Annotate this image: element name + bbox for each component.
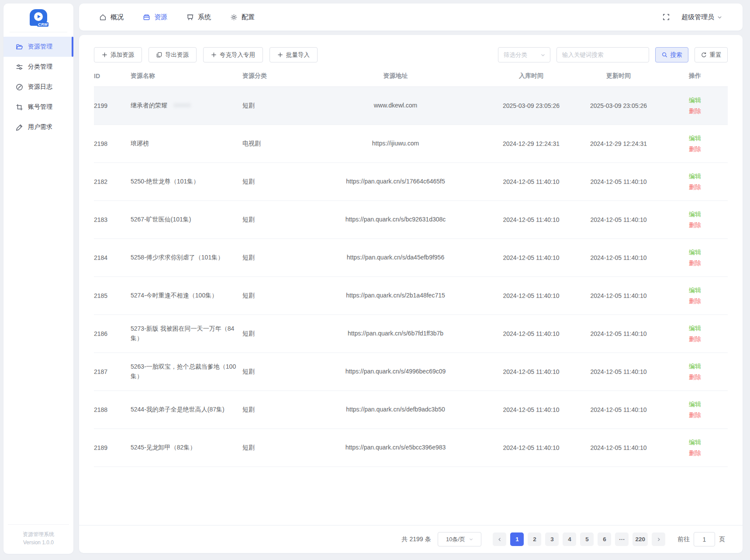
toolbar-button-label: 添加资源 xyxy=(111,51,134,59)
reset-button-label: 重置 xyxy=(710,51,722,59)
delete-link[interactable]: 删除 xyxy=(689,183,701,191)
monitor-icon xyxy=(187,14,194,21)
edit-link[interactable]: 编辑 xyxy=(689,439,701,446)
logo-label: CRM xyxy=(37,22,48,27)
sidebar-item[interactable]: 用户需求 xyxy=(3,117,73,137)
delete-link[interactable]: 删除 xyxy=(689,449,701,457)
toolbar-button[interactable]: 批量导入 xyxy=(270,47,318,62)
delete-link[interactable]: 删除 xyxy=(689,221,701,229)
cell-name: 5273-新版 我被困在同一天一万年（84集） xyxy=(131,324,242,343)
page-button[interactable]: ··· xyxy=(615,532,629,546)
edit-link[interactable]: 编辑 xyxy=(689,287,701,294)
sidebar-item[interactable]: 资源日志 xyxy=(3,77,73,97)
edit-link[interactable]: 编辑 xyxy=(689,401,701,408)
delete-link[interactable]: 删除 xyxy=(689,107,701,115)
cell-created: 2024-12-05 11:40:10 xyxy=(487,406,575,413)
keyword-search-input[interactable] xyxy=(556,47,649,62)
edit-link[interactable]: 编辑 xyxy=(689,173,701,180)
pager: 1 2 3 4 5 6 ··· 220 xyxy=(493,532,665,546)
toolbar-button[interactable]: 导出资源 xyxy=(149,47,197,62)
col-header-created: 入库时间 xyxy=(487,72,575,80)
cell-name: 5245-见龙卸甲（82集） xyxy=(131,443,242,453)
page-button[interactable]: 4 xyxy=(563,532,576,546)
edit-link[interactable]: 编辑 xyxy=(689,325,701,332)
sidebar-item[interactable]: 分类管理 xyxy=(3,57,73,77)
cell-id: 2199 xyxy=(94,102,131,109)
sidebar-footer: 资源管理系统 Version 1.0.0 xyxy=(8,524,69,554)
cell-id: 2184 xyxy=(94,254,131,261)
cell-updated: 2024-12-05 11:40:10 xyxy=(575,330,662,337)
cell-updated: 2024-12-05 11:40:10 xyxy=(575,368,662,375)
next-page-button[interactable] xyxy=(652,532,665,546)
search-button[interactable]: 搜索 xyxy=(655,47,688,62)
user-menu[interactable]: 超级管理员 xyxy=(681,13,722,21)
delete-link[interactable]: 删除 xyxy=(689,145,701,153)
fullscreen-icon[interactable] xyxy=(662,13,670,21)
toolbar-button[interactable]: 夸克导入专用 xyxy=(203,47,263,62)
delete-link[interactable]: 删除 xyxy=(689,373,701,381)
cell-created: 2024-12-29 12:24:31 xyxy=(487,140,575,147)
top-nav-label: 配置 xyxy=(242,13,255,21)
cell-url: https://ijiuwu.com xyxy=(304,139,487,149)
toolbar-button[interactable]: 添加资源 xyxy=(94,47,142,62)
cell-url: https://pan.quark.cn/s/da45efb9f956 xyxy=(304,253,487,263)
page-button[interactable]: 2 xyxy=(528,532,541,546)
delete-link[interactable]: 删除 xyxy=(689,335,701,343)
delete-link[interactable]: 删除 xyxy=(689,259,701,267)
cell-category: 电视剧 xyxy=(242,140,304,148)
resource-table: ID 资源名称 资源分类 资源地址 入库时间 更新时间 操作 2199 继承者的… xyxy=(79,65,743,525)
goto-page: 前往 页 xyxy=(677,532,725,546)
cell-actions: 编辑 删除 xyxy=(662,249,728,267)
chevron-down-icon xyxy=(540,52,546,58)
goto-label: 前往 xyxy=(677,536,690,543)
table-row: 2198 琅琊榜 电视剧 https://ijiuwu.com 2024-12-… xyxy=(94,125,728,163)
sidebar-item-label: 账号管理 xyxy=(28,103,52,111)
col-header-id: ID xyxy=(94,73,131,80)
edit-link[interactable]: 编辑 xyxy=(689,249,701,256)
cell-name: 5267-旷世医仙(101集) xyxy=(131,215,242,225)
edit-link[interactable]: 编辑 xyxy=(689,363,701,370)
cell-name: 继承者的荣耀 xyxy=(131,101,242,111)
edit-link[interactable]: 编辑 xyxy=(689,211,701,218)
cell-name: 5244-我的弟子全是绝世高人(87集) xyxy=(131,405,242,415)
cell-id: 2183 xyxy=(94,216,131,223)
top-nav-item[interactable]: 系统 xyxy=(187,13,211,21)
top-nav-item[interactable]: 资源 xyxy=(143,13,167,21)
cell-updated: 2024-12-05 11:40:10 xyxy=(575,178,662,185)
top-nav-label: 资源 xyxy=(154,13,167,21)
reset-button[interactable]: 重置 xyxy=(695,47,728,62)
table-row: 2199 继承者的荣耀 短剧 www.dkewl.com 2025-03-09 … xyxy=(94,87,728,125)
sidebar-item[interactable]: 资源管理 xyxy=(3,37,73,57)
top-nav-item[interactable]: 配置 xyxy=(230,13,255,21)
table-row: 2188 5244-我的弟子全是绝世高人(87集) 短剧 https://pan… xyxy=(94,391,728,429)
sidebar-item-label: 资源管理 xyxy=(28,43,52,51)
refresh-icon xyxy=(701,52,707,58)
top-nav-item[interactable]: 概况 xyxy=(99,13,124,21)
cell-actions: 编辑 删除 xyxy=(662,211,728,229)
page-size-select[interactable]: 10条/页 xyxy=(438,532,481,546)
page-button[interactable]: 6 xyxy=(598,532,611,546)
table-row: 2183 5267-旷世医仙(101集) 短剧 https://pan.quar… xyxy=(94,201,728,239)
sidebar-item-label: 资源日志 xyxy=(28,83,52,91)
delete-link[interactable]: 删除 xyxy=(689,411,701,419)
cell-id: 2187 xyxy=(94,368,131,375)
search-icon xyxy=(662,52,667,58)
sidebar-item[interactable]: 账号管理 xyxy=(3,97,73,117)
page-button[interactable]: 220 xyxy=(632,532,648,546)
delete-link[interactable]: 删除 xyxy=(689,297,701,305)
goto-page-input[interactable] xyxy=(694,532,715,546)
page-button[interactable]: 1 xyxy=(510,532,524,546)
cell-category: 短剧 xyxy=(242,368,304,376)
cell-updated: 2024-12-05 11:40:10 xyxy=(575,254,662,261)
sidebar-item-label: 用户需求 xyxy=(28,123,52,131)
pagination-bar: 共 2199 条 10条/页 1 2 3 4 5 xyxy=(79,525,743,553)
prev-page-button[interactable] xyxy=(493,532,506,546)
cell-url: https://pan.quark.cn/s/bc92631d308c xyxy=(304,215,487,225)
page-button[interactable]: 3 xyxy=(545,532,559,546)
edit-link[interactable]: 编辑 xyxy=(689,97,701,104)
col-header-ops: 操作 xyxy=(662,72,728,80)
cell-updated: 2024-12-05 11:40:10 xyxy=(575,292,662,299)
page-button[interactable]: 5 xyxy=(580,532,594,546)
edit-link[interactable]: 编辑 xyxy=(689,135,701,142)
category-filter-select[interactable]: 筛选分类 xyxy=(498,47,550,62)
